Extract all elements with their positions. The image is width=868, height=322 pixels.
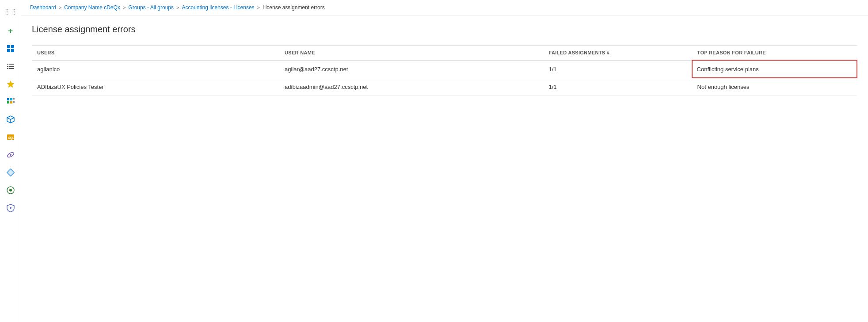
svg-rect-3 — [11, 49, 14, 52]
sidebar-item-sql[interactable]: SQL — [3, 129, 19, 145]
svg-rect-14 — [10, 101, 12, 104]
svg-point-26 — [9, 189, 12, 192]
svg-rect-11 — [7, 98, 9, 100]
cell-reason: Not enough licenses — [692, 78, 857, 96]
cube-icon — [6, 115, 15, 124]
breadcrumb-sep-3: > — [176, 5, 179, 10]
grid-icon — [6, 97, 15, 106]
sidebar-item-security[interactable] — [3, 200, 19, 216]
page-content: License assignment errors USERS USER NAM… — [21, 15, 868, 322]
sidebar-item-dashboard[interactable] — [3, 41, 19, 57]
sidebar-item-add[interactable]: + — [3, 23, 19, 39]
table-container: USERS USER NAME FAILED ASSIGNMENTS # TOP… — [32, 45, 857, 96]
svg-point-21 — [10, 154, 11, 156]
sidebar-item-diamond[interactable] — [3, 165, 19, 180]
sidebar-item-orbit[interactable] — [3, 147, 19, 163]
svg-text:SQL: SQL — [8, 136, 15, 140]
cell-users: ADIbizaUX Policies Tester — [32, 78, 279, 96]
cell-users: agilanico — [32, 60, 279, 78]
col-header-failed: FAILED ASSIGNMENTS # — [544, 46, 692, 61]
svg-rect-1 — [11, 45, 14, 48]
assignment-errors-table: USERS USER NAME FAILED ASSIGNMENTS # TOP… — [32, 45, 857, 96]
cell-failed-assignments: 1/1 — [544, 78, 692, 96]
list-icon — [6, 62, 15, 71]
sql-icon: SQL — [6, 133, 15, 142]
sidebar-item-resource-groups[interactable] — [3, 111, 19, 127]
sidebar-item-favorites[interactable] — [3, 76, 19, 92]
sidebar-item-monitor[interactable] — [3, 182, 19, 198]
svg-rect-4 — [7, 64, 8, 65]
col-header-users: USERS — [32, 46, 279, 61]
sidebar-item-list[interactable] — [3, 58, 19, 74]
monitor-icon — [6, 186, 15, 195]
cell-failed-assignments: 1/1 — [544, 60, 692, 78]
breadcrumb-sep-4: > — [257, 5, 260, 10]
breadcrumb-sep-1: > — [59, 5, 61, 10]
orbit-icon — [6, 150, 15, 159]
svg-rect-16 — [13, 101, 15, 103]
breadcrumb-sep-2: > — [123, 5, 126, 10]
breadcrumb-current: License assignment errors — [263, 4, 325, 11]
svg-rect-13 — [7, 101, 9, 104]
cell-reason[interactable]: Conflicting service plans — [692, 60, 857, 78]
breadcrumb-company[interactable]: Company Name cDeQx — [64, 4, 120, 11]
svg-marker-24 — [7, 169, 14, 176]
main-content: Dashboard > Company Name cDeQx > Groups … — [21, 0, 868, 322]
svg-rect-15 — [13, 98, 15, 100]
cell-username: adibizaadmin@aad27.ccsctp.net — [279, 78, 543, 96]
table-row[interactable]: agilanicoagilar@aad27.ccsctp.net1/1Confl… — [32, 60, 857, 78]
sidebar-toggle-button[interactable]: ⋮⋮ — [3, 4, 19, 19]
dashboard-icon — [6, 44, 15, 53]
diamond-icon — [6, 168, 15, 177]
svg-rect-9 — [9, 68, 14, 69]
svg-point-27 — [10, 207, 11, 209]
svg-rect-6 — [7, 66, 8, 67]
col-header-username: USER NAME — [279, 46, 543, 61]
table-header-row: USERS USER NAME FAILED ASSIGNMENTS # TOP… — [32, 46, 857, 61]
svg-rect-5 — [9, 64, 14, 65]
svg-rect-0 — [7, 45, 10, 48]
col-header-reason: TOP REASON FOR FAILURE — [692, 46, 857, 61]
breadcrumb-licenses[interactable]: Accounting licenses - Licenses — [182, 4, 254, 11]
svg-rect-7 — [9, 66, 14, 67]
cell-username: agilar@aad27.ccsctp.net — [279, 60, 543, 78]
breadcrumb-groups[interactable]: Groups - All groups — [128, 4, 174, 11]
svg-rect-8 — [7, 68, 8, 69]
svg-rect-2 — [7, 49, 10, 52]
plus-icon: + — [8, 26, 13, 36]
star-icon — [6, 80, 15, 88]
sidebar-item-all-services[interactable] — [3, 94, 19, 110]
svg-rect-12 — [10, 98, 12, 100]
sidebar: ⋮⋮ + — [0, 0, 21, 322]
breadcrumb-dashboard[interactable]: Dashboard — [30, 4, 56, 11]
breadcrumb: Dashboard > Company Name cDeQx > Groups … — [21, 0, 868, 15]
shield-icon — [6, 203, 15, 212]
table-row[interactable]: ADIbizaUX Policies Testeradibizaadmin@aa… — [32, 78, 857, 96]
page-title: License assignment errors — [32, 24, 857, 34]
svg-marker-10 — [7, 80, 14, 88]
